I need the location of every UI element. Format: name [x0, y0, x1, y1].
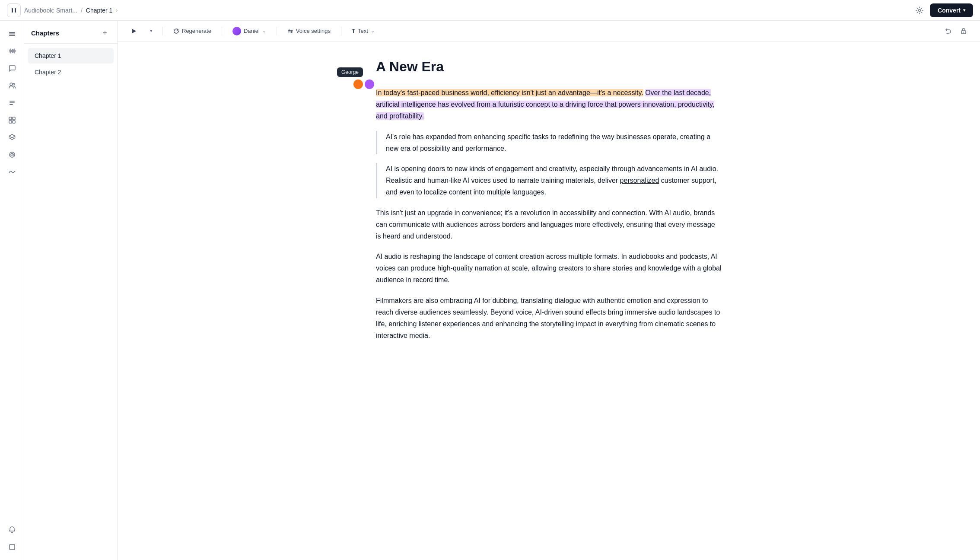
- svg-rect-9: [10, 102, 15, 103]
- grid-icon[interactable]: [4, 112, 20, 128]
- george-icon-group: [353, 80, 374, 89]
- voice-settings-button[interactable]: Voice settings: [284, 26, 334, 36]
- breadcrumb-separator: /: [81, 7, 83, 14]
- topbar: Audiobook: Smart... / Chapter 1 › Conver…: [0, 0, 980, 21]
- convert-chevron-icon: ▾: [963, 8, 965, 13]
- target-icon[interactable]: [4, 147, 20, 162]
- svg-rect-18: [10, 544, 15, 550]
- wave2-icon[interactable]: [4, 164, 20, 180]
- bell-icon[interactable]: [4, 522, 20, 538]
- chapter-title: A New Era: [376, 59, 722, 75]
- text-chevron-icon: ⌄: [371, 28, 375, 34]
- toolbar-right-group: [942, 25, 970, 37]
- topbar-right: Convert ▾: [913, 3, 973, 17]
- svg-rect-1: [15, 8, 16, 13]
- svg-point-22: [963, 32, 964, 32]
- paragraph-3: Filmmakers are also embracing AI for dub…: [376, 295, 722, 342]
- breadcrumb-current[interactable]: Chapter 1: [86, 7, 112, 14]
- svg-rect-14: [13, 121, 15, 123]
- regenerate-button[interactable]: Regenerate: [170, 26, 215, 36]
- pause-button[interactable]: [7, 3, 21, 17]
- svg-rect-3: [9, 32, 15, 33]
- add-chapter-button[interactable]: +: [100, 28, 110, 38]
- toolbar-separator-1: [162, 27, 163, 35]
- text-icon: T: [352, 28, 355, 34]
- svg-point-7: [13, 83, 15, 85]
- text-label: Text: [358, 28, 368, 34]
- george-icon-purple: [365, 80, 374, 89]
- users-icon[interactable]: [4, 78, 20, 93]
- voice-chevron-icon: ⌄: [262, 28, 266, 34]
- chat-icon[interactable]: [4, 60, 20, 76]
- voice-selector[interactable]: Daniel ⌄: [229, 25, 270, 37]
- george-tooltip: George: [337, 67, 363, 77]
- settings-button[interactable]: [913, 3, 926, 17]
- box-icon[interactable]: [4, 539, 20, 555]
- undo-button[interactable]: [942, 25, 954, 37]
- highlighted-paragraph: In today's fast-paced business world, ef…: [376, 87, 722, 122]
- chapter-item-1[interactable]: Chapter 1: [28, 48, 114, 64]
- svg-point-2: [919, 9, 921, 11]
- play-dropdown-button[interactable]: ▾: [147, 27, 156, 35]
- breadcrumb-app[interactable]: Audiobook: Smart...: [24, 7, 77, 14]
- lock-button[interactable]: [958, 25, 970, 37]
- svg-point-19: [289, 30, 290, 31]
- voice-name: Daniel: [244, 28, 260, 34]
- toolbar-separator-3: [277, 27, 277, 35]
- chapter-panel: Chapters + Chapter 1 Chapter 2: [24, 21, 118, 560]
- svg-rect-10: [10, 104, 13, 105]
- audio-wave-icon[interactable]: [4, 43, 20, 59]
- paragraph-2: AI audio is reshaping the landscape of c…: [376, 251, 722, 286]
- blockquote-2-text: AI is opening doors to new kinds of enga…: [386, 163, 722, 198]
- toolbar-separator-4: [341, 27, 341, 35]
- svg-rect-13: [9, 121, 12, 123]
- svg-rect-12: [13, 117, 15, 120]
- voice-avatar: [232, 27, 241, 35]
- breadcrumb: Audiobook: Smart... / Chapter 1 ›: [24, 7, 909, 14]
- svg-rect-11: [9, 117, 12, 120]
- play-button[interactable]: [128, 25, 140, 37]
- paragraph-1: This isn't just an upgrade in convenienc…: [376, 207, 722, 242]
- list-icon[interactable]: [4, 95, 20, 111]
- svg-point-17: [12, 154, 13, 155]
- chapter-panel-header: Chapters +: [24, 21, 117, 44]
- svg-rect-8: [10, 101, 15, 102]
- svg-rect-5: [9, 35, 15, 36]
- main-content: George A New Era In today's fast-paced b…: [118, 41, 980, 560]
- svg-point-20: [292, 32, 293, 32]
- svg-rect-4: [9, 34, 15, 35]
- regenerate-label: Regenerate: [182, 28, 211, 34]
- blockquote-1-text: AI's role has expanded from enhancing sp…: [386, 131, 722, 154]
- blockquote-2: AI is opening doors to new kinds of enga…: [376, 163, 722, 198]
- text-mode-button[interactable]: T Text ⌄: [348, 26, 378, 36]
- svg-rect-0: [12, 8, 13, 13]
- svg-point-6: [10, 83, 13, 86]
- blockquote-1: AI's role has expanded from enhancing sp…: [376, 131, 722, 154]
- toolbar-separator-2: [222, 27, 222, 35]
- toolbar: ▾ Regenerate Daniel ⌄ Voice settings T T…: [118, 21, 980, 41]
- layers-icon[interactable]: [4, 26, 20, 41]
- george-icon-orange: [353, 80, 363, 89]
- highlight-orange-text: In today's fast-paced business world, ef…: [376, 89, 643, 96]
- convert-button[interactable]: Convert ▾: [930, 3, 973, 17]
- breadcrumb-chevron: ›: [116, 7, 118, 13]
- chapter-item-2[interactable]: Chapter 2: [28, 64, 114, 80]
- content-area: George A New Era In today's fast-paced b…: [376, 59, 722, 341]
- layers2-icon[interactable]: [4, 130, 20, 145]
- sidebar-icons: [0, 21, 24, 560]
- chapters-title: Chapters: [31, 29, 59, 37]
- voice-settings-label: Voice settings: [296, 28, 331, 34]
- chapter-list: Chapter 1 Chapter 2: [24, 44, 117, 560]
